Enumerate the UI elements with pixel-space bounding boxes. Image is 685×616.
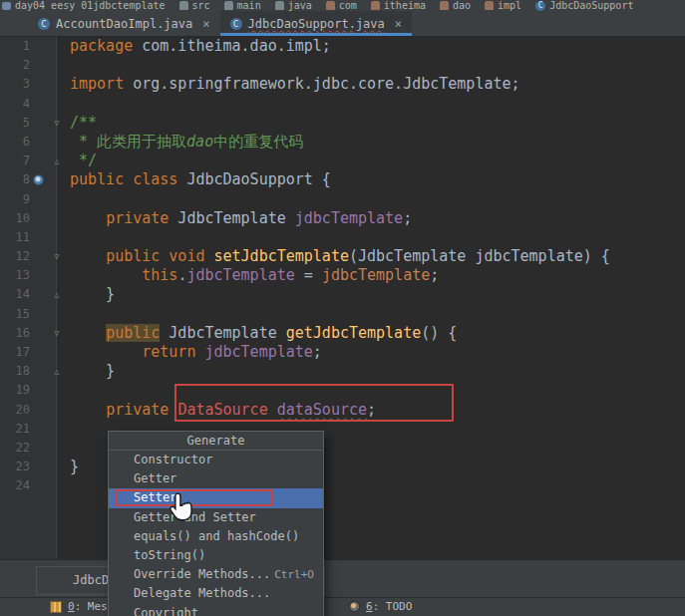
breadcrumb-item[interactable]: CJdbcDaoSupport <box>535 0 633 11</box>
breadcrumb-item[interactable]: itheima <box>371 0 426 11</box>
line-number[interactable]: 4 <box>0 95 30 114</box>
breadcrumb-item[interactable]: src <box>179 0 210 11</box>
code-token <box>124 170 133 188</box>
line-number[interactable]: 7 <box>0 152 30 170</box>
line-number[interactable]: 23 <box>0 458 30 476</box>
breadcrumb-item[interactable]: day04_eesy_01jdbctemplate <box>2 0 166 11</box>
fold-up-icon[interactable]: △ <box>50 152 64 170</box>
code-line[interactable]: 23} <box>0 458 685 476</box>
class-icon: C <box>38 18 50 30</box>
code-line[interactable]: 9 <box>0 190 685 209</box>
code-line[interactable]: 11 <box>0 228 685 247</box>
folder-icon <box>179 2 188 10</box>
line-number[interactable]: 2 <box>0 56 30 75</box>
tab-accountdaoimpl[interactable]: C AccountDaoImpl.java × <box>28 11 220 36</box>
code-token: 中的重复代码 <box>213 133 303 151</box>
menu-item-override-methods[interactable]: Override Methods...Ctrl+O <box>109 565 323 584</box>
menu-item-delegate-methods[interactable]: Delegate Methods... <box>109 584 323 603</box>
close-icon[interactable]: × <box>395 17 402 31</box>
code-line[interactable]: 4 <box>0 95 685 114</box>
fold-down-icon[interactable]: ▽ <box>50 247 64 266</box>
line-number[interactable]: 13 <box>0 266 30 285</box>
code-text: this.jdbcTemplate = jdbcTemplate; <box>70 266 439 285</box>
line-number[interactable]: 8 <box>0 170 30 189</box>
code-line[interactable]: 7△ */ <box>0 152 685 170</box>
code-token: com.itheima.dao.impl; <box>133 37 331 55</box>
menu-item-copyright[interactable]: Copyright <box>109 604 323 616</box>
code-line[interactable]: 8public class JdbcDaoSupport { <box>0 170 685 189</box>
line-number[interactable]: 18 <box>0 362 30 381</box>
code-line[interactable]: 6 * 此类用于抽取dao中的重复代码 <box>0 133 685 152</box>
line-number[interactable]: 15 <box>0 305 30 324</box>
code-line[interactable]: 10 private JdbcTemplate jdbcTemplate; <box>0 209 685 228</box>
menu-item-constructor[interactable]: Constructor <box>109 451 323 469</box>
code-line[interactable]: 1package com.itheima.dao.impl; <box>0 37 685 56</box>
code-token: class <box>133 170 177 188</box>
editor-tab-bar: C AccountDaoImpl.java × C JdbcDaoSupport… <box>0 11 685 37</box>
code-line[interactable]: 22 <box>0 439 685 458</box>
fold-up-icon[interactable]: △ <box>50 362 64 381</box>
line-number[interactable]: 6 <box>0 133 30 152</box>
menu-item-tostring[interactable]: toString() <box>109 546 323 565</box>
line-number[interactable]: 21 <box>0 420 30 439</box>
package-icon <box>485 2 494 10</box>
line-number[interactable]: 1 <box>0 37 30 56</box>
line-number[interactable]: 10 <box>0 209 30 228</box>
code-line[interactable]: 15 <box>0 305 685 324</box>
code-line[interactable]: 24 <box>0 476 685 495</box>
code-editor[interactable]: 1package com.itheima.dao.impl;23import o… <box>0 37 685 559</box>
line-number[interactable]: 19 <box>0 381 30 400</box>
breadcrumb-item[interactable]: main <box>224 0 261 11</box>
line-number[interactable]: 17 <box>0 343 30 362</box>
line-number[interactable]: 12 <box>0 247 30 266</box>
code-token: (JdbcTemplate jdbcTemplate) { <box>349 247 610 265</box>
line-number[interactable]: 3 <box>0 75 30 94</box>
code-line[interactable]: 16▽ public JdbcTemplate getJdbcTemplate(… <box>0 324 685 343</box>
todo-icon <box>349 601 360 612</box>
tab-jdbcdaosupport[interactable]: C JdbcDaoSupport.java × <box>220 11 413 36</box>
code-text: } <box>70 285 115 304</box>
close-icon[interactable]: × <box>202 17 209 31</box>
code-line[interactable]: 14△ } <box>0 285 685 304</box>
menu-item-label: toString() <box>134 548 205 562</box>
code-token: JdbcTemplate <box>169 209 294 227</box>
code-line[interactable]: 3import org.springframework.jdbc.core.Jd… <box>0 75 685 94</box>
todo-toolwindow-button[interactable]: 6: TODO <box>349 600 412 613</box>
menu-item-equals-and-hashcode[interactable]: equals() and hashCode() <box>109 527 323 546</box>
class-gutter-icon[interactable] <box>33 174 44 185</box>
line-number[interactable]: 24 <box>0 476 30 495</box>
code-line[interactable]: 5▽/** <box>0 114 685 133</box>
line-number[interactable]: 14 <box>0 285 30 304</box>
code-line[interactable]: 2 <box>0 56 685 75</box>
code-token: */ <box>70 152 97 169</box>
code-line[interactable]: 13 this.jdbcTemplate = jdbcTemplate; <box>0 266 685 285</box>
line-number[interactable]: 11 <box>0 228 30 247</box>
code-token <box>70 209 106 227</box>
menu-item-getter[interactable]: Getter <box>109 469 323 488</box>
fold-up-icon[interactable]: △ <box>50 285 64 304</box>
line-number[interactable]: 22 <box>0 439 30 458</box>
code-line[interactable]: 12▽ public void setJdbcTemplate(JdbcTemp… <box>0 247 685 266</box>
line-number[interactable]: 5 <box>0 114 30 133</box>
line-number[interactable]: 20 <box>0 401 30 420</box>
breadcrumb-item[interactable]: dao <box>440 0 471 11</box>
breadcrumb-item[interactable]: com <box>326 0 357 11</box>
breadcrumb-label: itheima <box>384 0 426 11</box>
code-token <box>70 324 106 342</box>
breadcrumb-item[interactable]: java <box>275 0 312 11</box>
menu-item-getter-and-setter[interactable]: Getter and Setter <box>109 508 323 527</box>
code-token: } <box>70 362 115 380</box>
breadcrumb-label: java <box>288 0 312 11</box>
code-token: return <box>142 343 195 361</box>
fold-down-icon[interactable]: ▽ <box>50 114 64 133</box>
code-token: ; <box>430 266 439 284</box>
breadcrumb-item[interactable]: impl <box>485 0 521 11</box>
fold-down-icon[interactable]: ▽ <box>50 324 64 343</box>
line-number[interactable]: 16 <box>0 324 30 343</box>
breadcrumb-label: impl <box>498 0 521 11</box>
code-line[interactable]: 21 <box>0 420 685 439</box>
line-number[interactable]: 9 <box>0 190 30 209</box>
code-line[interactable]: 17 return jdbcTemplate; <box>0 343 685 362</box>
code-text: public void setJdbcTemplate(JdbcTemplate… <box>70 247 610 266</box>
code-line[interactable]: 18△ } <box>0 362 685 381</box>
